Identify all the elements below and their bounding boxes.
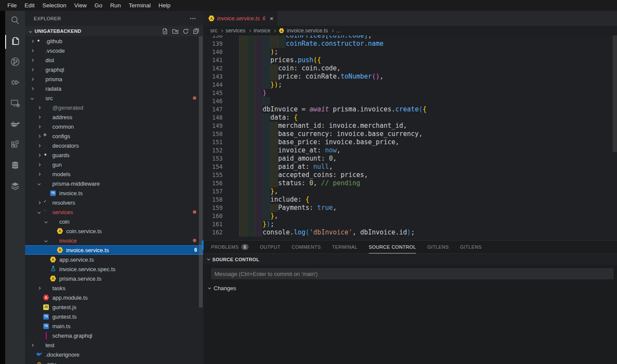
- breadcrumb-item-invoice[interactable]: invoice: [254, 28, 271, 34]
- nest-service-icon: A: [57, 228, 63, 234]
- tree-item-invoice.service.ts[interactable]: Ainvoice.service.ts6: [25, 245, 203, 255]
- refresh-icon[interactable]: [182, 27, 189, 35]
- panel-tab-bar: PROBLEMS6OUTPUTCOMMENTSTERMINALSOURCE CO…: [203, 241, 617, 253]
- tree-item-configs[interactable]: ⚙configs: [25, 131, 203, 141]
- tree-item-.vscode[interactable]: .vscode: [25, 46, 203, 55]
- changes-section-header[interactable]: Changes: [203, 283, 617, 293]
- panel-tab-gitlens[interactable]: GITLENS: [427, 241, 449, 253]
- tree-item-gun[interactable]: gun: [25, 160, 203, 169]
- activity-extensions[interactable]: [5, 135, 25, 156]
- nest-service-icon: A: [208, 16, 214, 22]
- tree-item-prisma.service.ts[interactable]: Aprisma.service.ts: [25, 274, 203, 283]
- tree-item-models[interactable]: models: [25, 169, 203, 179]
- activity-run-debug[interactable]: [5, 73, 25, 94]
- menu-item-view[interactable]: View: [70, 0, 91, 11]
- collapse-all-icon[interactable]: [192, 27, 200, 35]
- panel-tab-comments[interactable]: COMMENTS: [292, 241, 321, 253]
- tree-item-guntest.js[interactable]: JSguntest.js: [25, 302, 203, 312]
- panel-tab-gitlens-2[interactable]: GITLENS: [460, 241, 482, 253]
- tree-item-graphql[interactable]: graphql: [25, 65, 203, 74]
- activity-remote-explorer[interactable]: [5, 94, 25, 114]
- tree-item-main.ts[interactable]: TSmain.ts: [25, 321, 203, 331]
- tree-item-label: coin.service.ts: [66, 228, 102, 234]
- activity-explorer[interactable]: [5, 32, 25, 52]
- tree-item-coin.service.ts[interactable]: Acoin.service.ts: [25, 226, 203, 236]
- chevron-right-icon: [35, 173, 42, 175]
- menu-item-edit[interactable]: Edit: [21, 0, 38, 11]
- source-control-section-header[interactable]: SOURCE CONTROL: [203, 253, 617, 265]
- tree-item-label: prisma.service.ts: [59, 275, 102, 282]
- activity-search[interactable]: [5, 11, 25, 32]
- new-file-icon[interactable]: [161, 27, 169, 35]
- activity-source-control[interactable]: [5, 52, 25, 73]
- sidebar-scrollbar[interactable]: [199, 36, 203, 307]
- nest-module-icon: A: [43, 294, 49, 301]
- tree-item-dist[interactable]: dist: [25, 55, 203, 65]
- file-tree: .github.vscodedistgraphqlprismaradatasrc…: [25, 36, 203, 364]
- tab-invoice-service[interactable]: Ainvoice.service.ts6×: [203, 11, 278, 26]
- activity-docker[interactable]: [5, 114, 25, 135]
- new-folder-icon[interactable]: [171, 27, 179, 35]
- tree-item-guntest.ts[interactable]: TSguntest.ts: [25, 312, 203, 321]
- more-actions-icon[interactable]: [189, 14, 197, 23]
- tree-item-prisma-middleware[interactable]: prisma-middleware: [25, 179, 203, 188]
- activity-layers[interactable]: [5, 177, 25, 197]
- tree-item-invoice[interactable]: invoice: [25, 236, 203, 245]
- close-icon[interactable]: ×: [270, 15, 274, 22]
- menu-item-file[interactable]: File: [3, 0, 21, 11]
- tree-item-guards[interactable]: guards: [25, 150, 203, 160]
- activity-database[interactable]: [5, 156, 25, 177]
- tree-item-label: prisma-middleware: [52, 180, 100, 187]
- tree-item-resolvers[interactable]: ✓resolvers: [25, 198, 203, 207]
- tree-item-.dockerignore[interactable]: .dockerignore: [25, 350, 203, 359]
- tree-item-coin[interactable]: coin: [25, 217, 203, 226]
- project-root-row[interactable]: UNIGATEBACKEND: [25, 26, 203, 36]
- code-editor[interactable]: 138coinPrices[coin.code],139coinRate.con…: [203, 35, 613, 240]
- menu-item-selection[interactable]: Selection: [38, 0, 70, 11]
- tree-item-test[interactable]: test: [25, 340, 203, 350]
- panel-tab-terminal[interactable]: TERMINAL: [332, 241, 358, 253]
- menu-item-terminal[interactable]: Terminal: [125, 0, 154, 11]
- panel-tab-output[interactable]: OUTPUT: [260, 241, 281, 253]
- tree-item-@generated[interactable]: @generated: [25, 103, 203, 112]
- tree-item-invoice.service.spec.ts[interactable]: invoice.service.spec.ts: [25, 264, 203, 274]
- tree-item-label: common: [52, 123, 74, 130]
- tree-item-app.module.ts[interactable]: Aapp.module.ts: [25, 293, 203, 302]
- code-line-content: paid_amount: 0,: [239, 155, 613, 163]
- tree-item-.github[interactable]: .github: [25, 36, 203, 46]
- tree-item-services[interactable]: ⚙services: [25, 207, 203, 217]
- menu-item-run[interactable]: Run: [106, 0, 125, 11]
- breadcrumb-item-...[interactable]: ...: [336, 28, 341, 34]
- breadcrumb-item-src[interactable]: src: [210, 28, 217, 34]
- tree-item-invoice.ts[interactable]: TSinvoice.ts: [25, 188, 203, 198]
- tree-item-label: services: [52, 209, 73, 215]
- tree-item-common[interactable]: common: [25, 122, 203, 131]
- editor-scrollbar[interactable]: [613, 35, 617, 152]
- breadcrumb-item-invoice.service.ts[interactable]: Ainvoice.service.ts: [278, 28, 328, 34]
- menu-item-help[interactable]: Help: [154, 0, 174, 11]
- code-line-content: },: [239, 212, 613, 220]
- tree-item-prisma[interactable]: prisma: [25, 74, 203, 84]
- code-line-content: console.log('dbInvoice', dbInvoice.id);: [239, 228, 613, 237]
- tree-item-radata[interactable]: radata: [25, 84, 203, 93]
- tree-item-src[interactable]: src: [25, 93, 203, 103]
- tree-item-label: gun: [52, 161, 62, 168]
- tree-item-.env[interactable]: ⚙.env: [25, 359, 203, 364]
- tree-item-app.service.ts[interactable]: Aapp.service.ts: [25, 255, 203, 264]
- line-number: 146: [203, 97, 223, 105]
- tree-item-tasks[interactable]: tasks: [25, 283, 203, 293]
- breadcrumb-item-services[interactable]: services: [226, 28, 246, 34]
- commit-message-input[interactable]: [211, 268, 614, 279]
- tree-item-decorators[interactable]: decorators: [25, 141, 203, 150]
- breadcrumb: srcservicesinvoiceAinvoice.service.ts...: [203, 26, 617, 35]
- panel-tab-source-control[interactable]: SOURCE CONTROL: [369, 241, 416, 253]
- panel-tab-problems[interactable]: PROBLEMS6: [211, 241, 249, 253]
- code-line-content: accepted_coins: prices,: [239, 171, 613, 179]
- menu-item-go[interactable]: Go: [91, 0, 106, 11]
- chevron-right-icon: [35, 107, 42, 109]
- tree-item-label: invoice: [59, 237, 77, 244]
- code-line: 140);: [203, 48, 613, 56]
- tree-item-schema.graphql[interactable]: schema.graphql: [25, 331, 203, 340]
- code-line-content: },: [239, 187, 613, 196]
- tree-item-address[interactable]: address: [25, 112, 203, 122]
